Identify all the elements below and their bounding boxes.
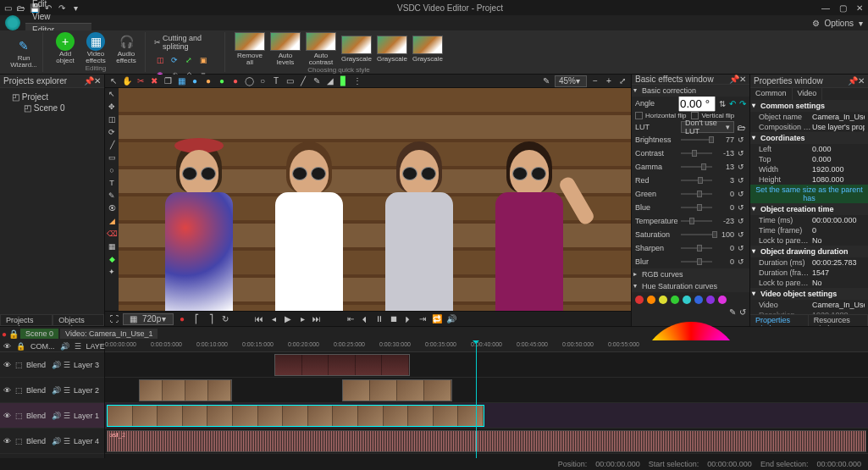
- slider-temperature[interactable]: [681, 220, 712, 222]
- vtool-crop-icon[interactable]: ◫: [107, 115, 117, 125]
- zoom-in-icon[interactable]: +: [604, 76, 614, 86]
- fit-icon[interactable]: ⤢: [617, 76, 628, 86]
- fullscreen-icon[interactable]: ⛶: [108, 314, 120, 323]
- record-icon[interactable]: ●: [176, 314, 188, 323]
- next-frame-icon[interactable]: ▸: [296, 314, 308, 323]
- slider-gamma[interactable]: [681, 166, 712, 168]
- prop-dur-ms[interactable]: 00:00:25.783: [812, 258, 865, 267]
- add-object-button[interactable]: + Add object: [52, 32, 79, 64]
- speaker-hdr-icon[interactable]: 🔊: [60, 342, 69, 351]
- bucket-tool-icon[interactable]: ◢: [325, 76, 335, 86]
- vtool-pen-icon[interactable]: ✎: [107, 191, 117, 202]
- quickstyle-0[interactable]: Remove all: [234, 32, 266, 66]
- prop-video[interactable]: Camera_In_Use.mp4: [812, 301, 865, 309]
- colordot-7[interactable]: [718, 296, 727, 304]
- gear-icon[interactable]: ⚙: [812, 19, 820, 28]
- vtool-text-icon[interactable]: T: [107, 179, 117, 189]
- pin-icon[interactable]: 📌: [848, 76, 858, 86]
- clip-audio[interactable]: ost_2: [107, 430, 866, 452]
- colordot-2[interactable]: [659, 296, 667, 304]
- blend-mode[interactable]: Blend: [26, 361, 48, 369]
- psect-oct[interactable]: Object creation time: [750, 203, 868, 215]
- clip-layer3[interactable]: [274, 354, 410, 376]
- reset-icon[interactable]: ↺: [738, 176, 746, 185]
- slider-blue[interactable]: [681, 207, 712, 208]
- reset-icon[interactable]: ↺: [738, 190, 746, 198]
- rotate-ccw-icon[interactable]: ↶: [729, 99, 736, 108]
- reset-icon[interactable]: ↺: [738, 230, 746, 239]
- slider-saturation[interactable]: [681, 234, 712, 235]
- tl-lock-icon[interactable]: 🔒: [8, 329, 19, 339]
- skip-end-icon[interactable]: ⏭: [311, 314, 323, 323]
- film-tool-icon[interactable]: ▦: [176, 76, 186, 86]
- tool-rotate-icon[interactable]: ⟳: [169, 54, 180, 66]
- ptab-common[interactable]: Common: [750, 88, 793, 100]
- lock-icon[interactable]: ⬚: [15, 437, 23, 445]
- lock-icon[interactable]: ⬚: [15, 386, 23, 395]
- layers-hdr-icon[interactable]: ☰: [75, 342, 81, 351]
- vtool-line-icon[interactable]: ╱: [107, 141, 117, 151]
- colordot-3[interactable]: [671, 296, 679, 304]
- vtool-rotate-icon[interactable]: ⟳: [107, 128, 117, 138]
- dot-green-icon[interactable]: ●: [217, 76, 227, 86]
- prop-left[interactable]: 0.000: [812, 145, 865, 153]
- layers-icon[interactable]: ☰: [64, 412, 70, 420]
- tree-root[interactable]: ◰ Project: [3, 91, 101, 102]
- zoom-out-icon[interactable]: −: [590, 76, 600, 86]
- menu-edit[interactable]: Edit: [25, 0, 91, 10]
- video-preview[interactable]: [119, 88, 631, 311]
- layers-icon[interactable]: ☰: [64, 361, 70, 369]
- same-size-button[interactable]: Set the same size as the parent has: [750, 185, 868, 203]
- colordot-1[interactable]: [647, 296, 655, 304]
- video-tab[interactable]: Video: Camera_In_Use_1: [60, 329, 158, 339]
- lut-dropdown[interactable]: Don't use LUT▾: [681, 121, 734, 133]
- track-layer-4[interactable]: 👁⬚Blend🔊☰Layer 4: [0, 429, 104, 454]
- maximize-icon[interactable]: ▢: [838, 3, 848, 13]
- zoom-dropdown[interactable]: 45%▾: [555, 75, 587, 87]
- speaker-icon[interactable]: 🔊: [52, 412, 60, 420]
- vtool-move-icon[interactable]: ✥: [107, 102, 117, 113]
- prop-height[interactable]: 1080.000: [812, 175, 865, 184]
- menu-view[interactable]: View: [25, 10, 91, 23]
- scene-tab[interactable]: Scene 0: [20, 329, 58, 339]
- vtool-paint-icon[interactable]: ◢: [107, 217, 117, 227]
- cut-tool-icon[interactable]: ✂: [135, 76, 146, 86]
- prop-top[interactable]: 0.000: [812, 155, 865, 163]
- prop-lock2[interactable]: No: [812, 279, 865, 287]
- dot-orange-icon[interactable]: ●: [203, 76, 213, 86]
- prev-frame-icon[interactable]: ◂: [268, 314, 279, 323]
- quickstyle-1[interactable]: Auto levels: [269, 32, 301, 66]
- hflip-check[interactable]: Horizontal flip: [635, 112, 686, 119]
- close-panel-icon[interactable]: ✕: [858, 76, 865, 86]
- rotate-cw-icon[interactable]: ↷: [739, 99, 746, 108]
- clip-layer2-a[interactable]: [139, 379, 232, 401]
- pen-tool-icon[interactable]: ✎: [312, 76, 322, 86]
- pause-icon[interactable]: ⏸: [373, 314, 385, 323]
- speaker-icon[interactable]: 🔊: [52, 386, 60, 395]
- quality-dropdown[interactable]: ▦720p▾: [123, 313, 174, 325]
- tab-objects-explorer[interactable]: Objects explorer: [53, 314, 104, 326]
- play-icon[interactable]: ▶: [282, 314, 294, 323]
- tree-scene[interactable]: ◰ Scene 0: [3, 102, 101, 113]
- eye-icon[interactable]: 👁: [3, 437, 12, 445]
- psect-vos[interactable]: Video object settings: [750, 288, 868, 300]
- slider-blur[interactable]: [681, 261, 712, 263]
- eye-icon[interactable]: 👁: [3, 386, 12, 395]
- eye-hdr-icon[interactable]: 👁: [3, 342, 11, 351]
- lock-icon[interactable]: ⬚: [15, 361, 23, 369]
- sect-hue[interactable]: Hue Saturation curves: [632, 280, 749, 292]
- tab-projects-explorer[interactable]: Projects explorer: [0, 314, 53, 326]
- pin-icon[interactable]: 📌: [729, 75, 739, 84]
- eye-icon[interactable]: 👁: [3, 361, 12, 369]
- audio-effects-button[interactable]: 🎧 Audio effects: [113, 32, 140, 64]
- options-dropdown-icon[interactable]: ▾: [859, 19, 863, 28]
- close-panel-icon[interactable]: ✕: [94, 76, 101, 86]
- picker-icon[interactable]: ✎: [541, 76, 551, 86]
- text-tool-icon[interactable]: T: [271, 76, 281, 86]
- track-layer-1[interactable]: 👁⬚Blend🔊☰Layer 1: [0, 403, 104, 429]
- tl-record-icon[interactable]: ●: [2, 329, 7, 339]
- vtool-marker-icon[interactable]: ◆: [107, 255, 117, 265]
- quickstyle-2[interactable]: Auto contrast: [305, 32, 337, 66]
- chart-tool-icon[interactable]: ▊: [339, 76, 349, 86]
- skip-start-icon[interactable]: ⏮: [253, 314, 265, 323]
